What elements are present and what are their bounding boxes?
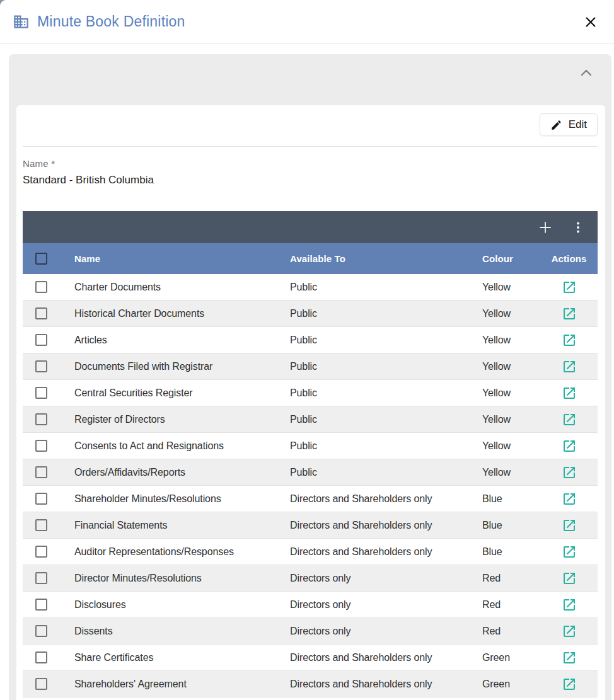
cell-available-to: Public — [290, 308, 482, 319]
cell-name: Articles — [74, 335, 290, 346]
open-row-button[interactable] — [562, 491, 577, 507]
close-button[interactable] — [581, 13, 600, 32]
table-row: Orders/Affidavits/ReportsPublicYellow — [23, 459, 598, 486]
open-row-button[interactable] — [562, 624, 577, 639]
open-row-button[interactable] — [562, 439, 577, 454]
cell-name: Charter Documents — [74, 282, 290, 293]
row-checkbox[interactable] — [35, 678, 47, 690]
open-in-new-icon — [562, 306, 577, 321]
open-row-button[interactable] — [562, 650, 577, 665]
cell-name: Financial Statements — [74, 520, 290, 531]
row-checkbox[interactable] — [35, 360, 47, 372]
cell-available-to: Public — [290, 387, 482, 399]
cell-available-to: Public — [290, 335, 482, 346]
open-row-button[interactable] — [562, 412, 577, 427]
cell-available-to: Directors and Shareholders only — [290, 679, 482, 690]
table-row: ArticlesPublicYellow — [23, 327, 598, 353]
cell-name: Historical Charter Documents — [74, 308, 290, 319]
open-in-new-icon — [562, 624, 577, 639]
open-in-new-icon — [562, 439, 577, 454]
cell-colour: Green — [482, 652, 553, 663]
row-checkbox[interactable] — [35, 466, 47, 478]
cell-available-to: Public — [290, 361, 482, 372]
row-checkbox[interactable] — [35, 440, 47, 452]
open-row-button[interactable] — [562, 386, 577, 401]
cell-colour: Yellow — [482, 467, 553, 478]
table-row: DisclosuresDirectors onlyRed — [23, 592, 598, 618]
open-row-button[interactable] — [562, 518, 577, 533]
add-section-button[interactable] — [537, 219, 553, 236]
open-in-new-icon — [562, 544, 577, 559]
open-row-button[interactable] — [562, 597, 577, 612]
open-row-button[interactable] — [562, 359, 577, 374]
table-row: Shareholders' AgreementDirectors and Sha… — [23, 671, 598, 697]
open-row-button[interactable] — [562, 544, 577, 559]
cell-name: Shareholders' Agreement — [74, 679, 290, 690]
cell-name: Auditor Representations/Responses — [74, 546, 290, 558]
row-checkbox[interactable] — [35, 413, 47, 425]
open-row-button[interactable] — [562, 465, 577, 480]
row-checkbox[interactable] — [35, 625, 47, 637]
cell-available-to: Public — [290, 440, 482, 452]
select-all-checkbox[interactable] — [35, 253, 47, 265]
kebab-menu-icon — [571, 220, 586, 235]
edit-button[interactable]: Edit — [540, 113, 598, 136]
definition-card: Edit Name * Standard - British Columbia — [16, 105, 605, 700]
open-in-new-icon — [562, 333, 577, 348]
close-icon — [584, 15, 598, 29]
name-field: Name * Standard - British Columbia — [23, 147, 598, 186]
cell-colour: Yellow — [482, 440, 553, 452]
open-in-new-icon — [562, 465, 577, 480]
open-row-button[interactable] — [562, 280, 577, 295]
row-checkbox[interactable] — [35, 651, 47, 663]
open-in-new-icon — [562, 412, 577, 427]
row-checkbox[interactable] — [35, 334, 47, 346]
cell-name: Disclosures — [74, 599, 290, 611]
chevron-up-icon — [580, 68, 593, 77]
collapse-button[interactable] — [577, 66, 595, 79]
open-in-new-icon — [562, 518, 577, 533]
open-in-new-icon — [562, 386, 577, 401]
cell-colour: Red — [482, 599, 553, 611]
cell-name: Share Certificates — [74, 652, 290, 663]
row-checkbox[interactable] — [35, 307, 47, 319]
minute-book-definition-dialog: Minute Book Definition — [0, 0, 614, 700]
row-checkbox[interactable] — [35, 387, 47, 399]
row-checkbox[interactable] — [35, 281, 47, 293]
cell-colour: Green — [482, 679, 553, 690]
cell-available-to: Directors and Shareholders only — [290, 546, 482, 558]
row-checkbox[interactable] — [35, 519, 47, 531]
table-toolbar — [23, 211, 598, 243]
cell-colour: Blue — [482, 520, 553, 531]
cell-available-to: Directors only — [290, 573, 482, 584]
table-row: Documents Filed with RegistrarPublicYell… — [23, 353, 598, 380]
open-in-new-icon — [562, 597, 577, 612]
cell-colour: Blue — [482, 493, 553, 505]
table-body: Charter DocumentsPublicYellowHistorical … — [23, 274, 598, 697]
open-row-button[interactable] — [562, 306, 577, 321]
open-row-button[interactable] — [562, 571, 577, 586]
cell-colour: Yellow — [482, 387, 553, 399]
row-checkbox[interactable] — [35, 599, 47, 611]
name-field-label: Name * — [23, 158, 598, 169]
cell-available-to: Directors only — [290, 626, 482, 637]
cell-colour: Red — [482, 573, 553, 584]
row-checkbox[interactable] — [35, 493, 47, 505]
table-row: Consents to Act and ResignationsPublicYe… — [23, 433, 598, 459]
domain-building-icon — [13, 13, 30, 30]
cell-available-to: Directors and Shareholders only — [290, 493, 482, 505]
panel-collapse-bar — [9, 54, 611, 105]
cell-colour: Yellow — [482, 414, 553, 425]
table-row: Charter DocumentsPublicYellow — [23, 274, 598, 301]
edit-button-label: Edit — [569, 118, 587, 131]
open-row-button[interactable] — [562, 333, 577, 348]
table-row: Share CertificatesDirectors and Sharehol… — [23, 645, 598, 671]
cell-name: Director Minutes/Resolutions — [74, 573, 290, 584]
plus-icon — [538, 220, 553, 235]
cell-colour: Yellow — [482, 335, 553, 346]
open-row-button[interactable] — [562, 677, 577, 692]
row-checkbox[interactable] — [35, 546, 47, 558]
table-menu-button[interactable] — [570, 219, 586, 236]
table-header-row: Name Available To Colour Actions — [23, 243, 598, 274]
row-checkbox[interactable] — [35, 572, 47, 584]
